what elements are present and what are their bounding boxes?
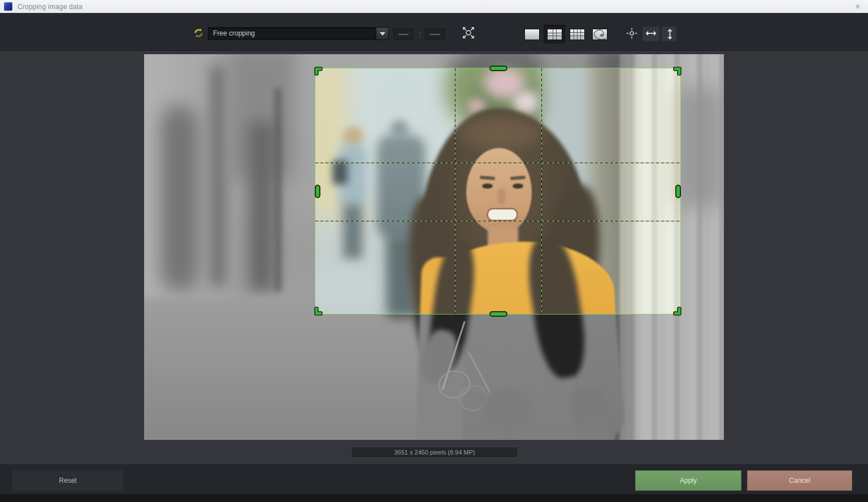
crop-handle-left[interactable] — [315, 185, 320, 198]
crop-handle-bottom[interactable] — [489, 311, 507, 317]
status-dimensions: 3651 x 2450 pixels (8.94 MP) — [351, 447, 518, 458]
scene-hand3 — [580, 416, 610, 440]
overlay-dense-grid-button[interactable] — [566, 25, 588, 43]
chevron-down-icon — [380, 32, 385, 36]
golden-spiral-icon — [592, 29, 607, 40]
cropping-dialog: Cropping image data × Free cropping : — [0, 0, 868, 502]
scene-hand2 — [482, 388, 534, 434]
center-crosshair-button[interactable] — [624, 26, 640, 42]
overlay-dense-grid-icon — [570, 29, 585, 40]
close-button[interactable]: × — [851, 1, 865, 12]
photo[interactable] — [144, 54, 724, 440]
toolbar: Free cropping : — [0, 14, 868, 51]
expand-selection-button[interactable] — [459, 24, 478, 42]
ratio-width-input[interactable] — [393, 29, 414, 40]
crop-preset-value: Free cropping — [213, 28, 388, 39]
crop-handle-right[interactable] — [675, 185, 681, 198]
horizontal-arrows-icon — [644, 29, 658, 39]
scene-colwarm — [675, 88, 724, 207]
bottom-strip — [0, 494, 868, 502]
rotate-button[interactable] — [191, 27, 206, 41]
crop-handle-top-left[interactable] — [313, 66, 323, 76]
grid-line-vertical-2 — [541, 68, 542, 314]
grid-line-vertical-1 — [455, 68, 455, 314]
vertical-arrows-icon — [665, 27, 674, 41]
scene-dark1 — [161, 105, 198, 291]
crop-region[interactable] — [315, 68, 681, 315]
overlay-phi-grid-icon — [547, 29, 562, 40]
grid-line-horizontal-1 — [315, 163, 680, 163]
grid-line-horizontal-2 — [315, 221, 680, 221]
crop-preset-dropdown[interactable]: Free cropping — [208, 27, 389, 40]
apply-button[interactable]: Apply — [635, 470, 741, 491]
overlay-none-icon — [524, 29, 540, 40]
rotate-icon — [193, 27, 205, 41]
titlebar: Cropping image data × — [0, 0, 868, 14]
crop-handle-top[interactable] — [489, 66, 507, 71]
crop-handle-bottom-right[interactable] — [672, 306, 683, 316]
dropdown-arrow-button[interactable] — [376, 28, 388, 40]
overlay-none-button[interactable] — [521, 25, 542, 43]
ratio-separator: : — [416, 29, 423, 40]
vertical-resize-button[interactable] — [662, 27, 676, 41]
crop-handle-bottom-left[interactable] — [313, 306, 323, 316]
overlay-phi-grid-button[interactable] — [544, 25, 565, 43]
ratio-width-placeholder — [398, 34, 409, 35]
crop-canvas — [0, 51, 868, 464]
ratio-height-placeholder — [430, 34, 440, 35]
golden-spiral-button[interactable] — [589, 25, 610, 43]
scene-dark2 — [211, 66, 225, 286]
cancel-button[interactable]: Cancel — [747, 470, 852, 491]
crop-handle-top-right[interactable] — [672, 66, 683, 76]
app-icon — [4, 2, 12, 11]
horizontal-resize-button[interactable] — [643, 27, 659, 41]
window-title: Cropping image data — [18, 3, 83, 11]
ratio-height-input[interactable] — [425, 29, 445, 40]
expand-selection-icon — [461, 25, 476, 42]
reset-button[interactable]: Reset — [12, 470, 123, 491]
scene-dark3 — [249, 122, 275, 291]
crosshair-icon — [625, 27, 639, 42]
scene-pole — [275, 88, 281, 291]
